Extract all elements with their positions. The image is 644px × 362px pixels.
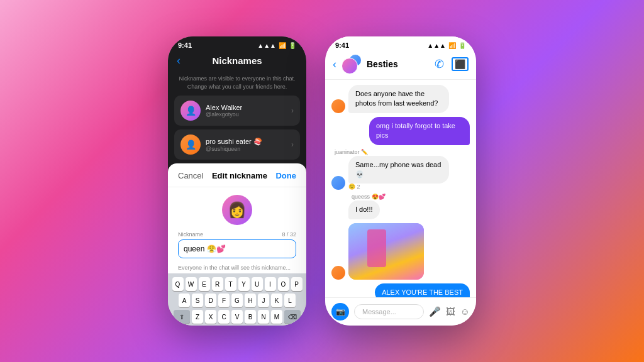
message-row (331, 223, 470, 280)
camera-button[interactable]: 📷 (331, 303, 349, 321)
left-time: 9:41 (178, 41, 192, 49)
edit-nickname-modal: Cancel Edit nickname Done 👩 Nickname 8 /… (168, 163, 306, 326)
message-row: Does anyone have the photos from last we… (331, 85, 470, 113)
message-placeholder: Message... (362, 308, 396, 315)
message-group: queess 😍💕 I do!!! (331, 194, 470, 219)
key-t[interactable]: T (225, 277, 236, 291)
nickname-input[interactable]: queen 😤💕 (178, 239, 296, 258)
key-c[interactable]: C (218, 310, 230, 324)
chevron-right-icon: › (291, 140, 294, 149)
key-s[interactable]: S (192, 293, 203, 307)
phone-icon[interactable]: ✆ (435, 57, 444, 71)
keyboard-row-2: A S D F G H J K L (170, 293, 304, 307)
avatar: 👤 (180, 101, 201, 121)
chat-header: ‹ Besties ✆ ⬛ (325, 52, 476, 80)
message-input[interactable]: Message... (354, 304, 424, 319)
signal-icon: ▲▲▲ (427, 42, 446, 49)
chat-bottom-bar: 📷 Message... 🎤 🖼 ☺ (325, 297, 476, 326)
modal-avatar-section: 👩 (168, 187, 306, 231)
keyboard-row-3: ⇧ Z X C V B N M ⌫ (170, 310, 304, 324)
video-icon[interactable]: ⬛ (452, 57, 469, 71)
modal-title: Edit nickname (212, 171, 267, 180)
wifi-icon: 📶 (448, 42, 456, 49)
wifi-icon: 📶 (279, 42, 286, 49)
right-status-icons: ▲▲▲ 📶 🔋 (427, 42, 466, 49)
key-j[interactable]: J (258, 293, 269, 307)
key-x[interactable]: X (205, 310, 216, 324)
nicknames-title: Nicknames (212, 55, 262, 66)
message-row: Same...my phone was dead 💀 🙂 2 (331, 156, 449, 190)
signal-icon: ▲▲▲ (257, 42, 276, 49)
message-text: Does anyone have the photos from last we… (355, 90, 438, 107)
key-k[interactable]: K (271, 293, 282, 307)
key-i[interactable]: I (265, 277, 276, 291)
key-y[interactable]: Y (238, 277, 250, 291)
key-p[interactable]: P (291, 277, 303, 291)
key-b[interactable]: B (245, 310, 256, 324)
message-group: ALEX YOU'RE THE BEST 🎉 2 (331, 283, 470, 297)
list-item[interactable]: 👤 Alex Walker @alexgotyou › (174, 96, 300, 126)
back-button[interactable]: ‹ (177, 54, 180, 67)
message-group: juaninator ✏️ Same...my phone was dead 💀… (331, 149, 470, 190)
sender-label: queess 😍💕 (348, 194, 386, 200)
key-g[interactable]: G (231, 293, 243, 307)
battery-icon: 🔋 (458, 42, 466, 49)
backspace-key[interactable]: ⌫ (284, 310, 301, 324)
key-o[interactable]: O (278, 277, 289, 291)
nickname-list: 👤 Alex Walker @alexgotyou › 👤 pro sushi … (168, 96, 306, 163)
message-bubble: ALEX YOU'RE THE BEST (375, 283, 470, 297)
list-item[interactable]: 👤 pro sushi eater 🍣 @sushiqueen › (174, 129, 300, 160)
contact-username: @alexgotyou (206, 111, 286, 118)
message-bubble: I do!!! (348, 200, 380, 219)
message-row: omg i totally forgot to take pics (331, 117, 470, 145)
key-f[interactable]: F (218, 293, 230, 307)
key-a[interactable]: A (179, 293, 190, 307)
keyboard: Q W E R T Y U I O P A S D F G H (168, 273, 306, 326)
contact-username: @sushiqueen (206, 146, 286, 152)
nickname-input-section: Nickname 8 / 32 queen 😤💕 (168, 231, 306, 262)
image-content (348, 223, 424, 280)
message-text: omg i totally forgot to take pics (376, 122, 455, 139)
avatar (331, 176, 345, 190)
mic-icon[interactable]: 🎤 (429, 306, 441, 317)
key-r[interactable]: R (212, 277, 223, 291)
modal-header: Cancel Edit nickname Done (168, 163, 306, 187)
header-action-icons: ✆ ⬛ (435, 57, 469, 71)
cancel-button[interactable]: Cancel (178, 171, 203, 180)
key-w[interactable]: W (186, 277, 197, 291)
message-text: Same...my phone was dead 💀 (355, 161, 441, 178)
key-m[interactable]: M (271, 310, 282, 324)
contact-info: pro sushi eater 🍣 @sushiqueen (206, 138, 286, 152)
key-h[interactable]: H (245, 293, 256, 307)
back-button[interactable]: ‹ (333, 58, 336, 71)
message-text: ALEX YOU'RE THE BEST (382, 288, 463, 296)
key-e[interactable]: E (199, 277, 210, 291)
contact-name: Alex Walker (206, 104, 286, 111)
done-button[interactable]: Done (275, 171, 296, 180)
avatar (331, 99, 345, 113)
group-avatar (341, 54, 362, 74)
key-l[interactable]: L (284, 293, 296, 307)
key-v[interactable]: V (231, 310, 243, 324)
sender-label: juaninator ✏️ (331, 149, 368, 155)
sticker-icon[interactable]: ☺ (460, 306, 470, 317)
image-icon[interactable]: 🖼 (446, 306, 455, 317)
camera-icon: 📷 (336, 307, 345, 316)
group-name: Besties (367, 59, 430, 69)
left-status-bar: 9:41 ▲▲▲ 📶 🔋 (168, 36, 306, 52)
key-z[interactable]: Z (192, 310, 203, 324)
key-q[interactable]: Q (172, 277, 184, 291)
left-status-icons: ▲▲▲ 📶 🔋 (257, 42, 296, 49)
key-d[interactable]: D (205, 293, 216, 307)
shift-key[interactable]: ⇧ (174, 310, 190, 324)
battery-icon: 🔋 (289, 42, 296, 49)
contact-info: Alex Walker @alexgotyou (206, 104, 286, 118)
modal-avatar: 👩 (222, 195, 252, 225)
char-count: 8 / 32 (282, 231, 296, 238)
key-u[interactable]: U (252, 277, 263, 291)
nicknames-description: Nicknames are visible to everyone in thi… (168, 72, 306, 96)
avatar: 👤 (180, 134, 201, 155)
avatar (331, 266, 345, 280)
contact-name: pro sushi eater 🍣 (206, 138, 286, 146)
key-n[interactable]: N (258, 310, 269, 324)
